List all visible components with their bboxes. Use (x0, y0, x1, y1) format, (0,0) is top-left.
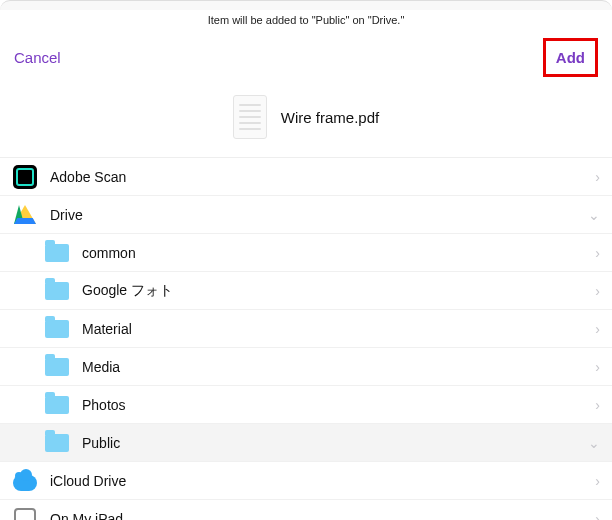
file-preview: Wire frame.pdf (0, 87, 612, 157)
location-row-google-photo[interactable]: Google フォト› (0, 272, 612, 310)
file-thumbnail-icon (233, 95, 267, 139)
add-button-highlight: Add (543, 38, 598, 77)
row-icon (44, 430, 70, 456)
icloud-icon (13, 475, 37, 491)
row-icon (44, 240, 70, 266)
chevron-right-icon: › (595, 169, 600, 185)
row-icon (12, 164, 38, 190)
row-icon (44, 392, 70, 418)
google-drive-icon (14, 205, 36, 224)
row-label: Adobe Scan (50, 169, 595, 185)
chevron-right-icon: › (595, 473, 600, 489)
location-row-on-my-ipad[interactable]: On My iPad› (0, 500, 612, 520)
row-label: Photos (82, 397, 595, 413)
sheet-grabber (0, 0, 612, 10)
row-label: Material (82, 321, 595, 337)
header-bar: Cancel Add (0, 26, 612, 87)
location-row-photos[interactable]: Photos› (0, 386, 612, 424)
chevron-right-icon: › (595, 245, 600, 261)
location-row-media[interactable]: Media› (0, 348, 612, 386)
folder-icon (45, 320, 69, 338)
row-label: Drive (50, 207, 588, 223)
folder-icon (45, 282, 69, 300)
row-label: common (82, 245, 595, 261)
row-icon (12, 202, 38, 228)
folder-icon (45, 244, 69, 262)
cancel-button[interactable]: Cancel (14, 49, 61, 66)
chevron-down-icon: ⌄ (588, 207, 600, 223)
folder-icon (45, 434, 69, 452)
row-label: Google フォト (82, 282, 595, 300)
folder-icon (45, 396, 69, 414)
row-icon (44, 278, 70, 304)
chevron-right-icon: › (595, 321, 600, 337)
adobe-scan-icon (13, 165, 37, 189)
row-icon (44, 354, 70, 380)
row-label: iCloud Drive (50, 473, 595, 489)
chevron-right-icon: › (595, 397, 600, 413)
row-label: On My iPad (50, 511, 595, 521)
chevron-right-icon: › (595, 511, 600, 521)
row-icon (12, 506, 38, 521)
location-list[interactable]: Adobe Scan›Drive⌄common›Google フォト›Mater… (0, 157, 612, 520)
row-label: Media (82, 359, 595, 375)
folder-icon (45, 358, 69, 376)
chevron-down-icon: ⌄ (588, 435, 600, 451)
file-name-label: Wire frame.pdf (281, 109, 379, 126)
row-icon (44, 316, 70, 342)
row-label: Public (82, 435, 588, 451)
location-row-adobe-scan[interactable]: Adobe Scan› (0, 158, 612, 196)
add-button[interactable]: Add (550, 45, 591, 70)
location-row-material[interactable]: Material› (0, 310, 612, 348)
chevron-right-icon: › (595, 283, 600, 299)
location-row-drive[interactable]: Drive⌄ (0, 196, 612, 234)
destination-subtitle: Item will be added to "Public" on "Drive… (0, 10, 612, 26)
location-row-icloud[interactable]: iCloud Drive› (0, 462, 612, 500)
row-icon (12, 468, 38, 494)
chevron-right-icon: › (595, 359, 600, 375)
ipad-icon (14, 508, 36, 521)
location-row-common[interactable]: common› (0, 234, 612, 272)
location-row-public[interactable]: Public⌄ (0, 424, 612, 462)
